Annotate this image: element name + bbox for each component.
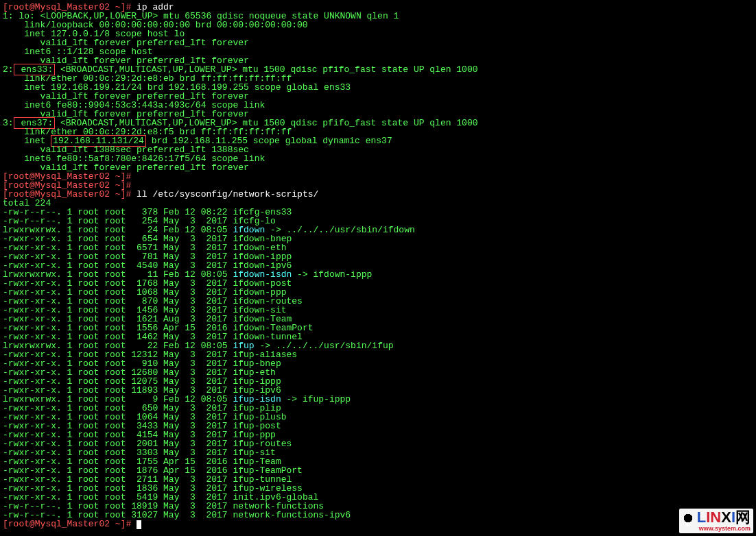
terminal-output[interactable]: [root@Mysql_Master02 ~]# ip addr1: lo: <… (3, 3, 753, 529)
terminal-line: [root@Mysql_Master02 ~]# ll /etc/sysconf… (3, 190, 753, 199)
logo-L: L (697, 509, 706, 526)
logo-in: IN (706, 509, 721, 526)
logo-url: www.system.com (682, 526, 751, 532)
logo-x: X (721, 509, 731, 526)
watermark-logo: LINXI网 www.system.com (679, 509, 753, 533)
cursor (137, 520, 141, 529)
logo-wang: 网 (735, 509, 751, 526)
terminal-line: [root@Mysql_Master02 ~]# (3, 520, 753, 529)
tux-icon (682, 513, 694, 527)
